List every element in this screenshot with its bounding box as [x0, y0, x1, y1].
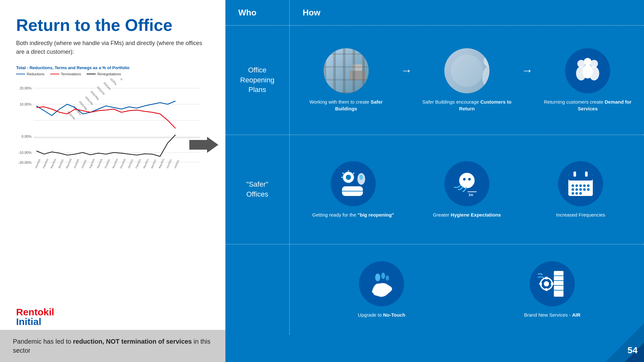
chart-container: Total - Reductions, Terms and Renegs as … — [16, 65, 203, 181]
svg-text:May/2020: May/2020 — [90, 90, 99, 101]
svg-point-90 — [583, 188, 586, 191]
chart-svg: 20.00% 10.00% 0.00% -10.00% -20.00% Jan/… — [16, 79, 203, 172]
svg-text:Dec/2020: Dec/2020 — [119, 158, 127, 169]
blue-arrow-decoration — [605, 323, 644, 362]
svg-point-64 — [346, 175, 351, 180]
page-number: 54 — [628, 345, 638, 356]
icon-text-hygiene: Greater Hygiene Expectations — [433, 211, 501, 218]
svg-point-86 — [587, 184, 590, 187]
section-arrow — [189, 135, 218, 156]
svg-text:Jan/2021: Jan/2021 — [127, 159, 134, 169]
icon-text-people: Returning customers create Demand for Se… — [543, 98, 633, 112]
svg-text:Feb/2021: Feb/2021 — [135, 158, 142, 169]
svg-point-89 — [579, 188, 582, 191]
legend-reductions: Reductions — [16, 72, 44, 76]
svg-text:Aug/2020: Aug/2020 — [89, 158, 96, 169]
rp-header: Who How — [225, 0, 644, 26]
svg-point-97 — [386, 275, 389, 281]
svg-text:Mar/2020: Mar/2020 — [50, 159, 57, 169]
icon-cell-calendar: Increased Frequencies — [535, 161, 626, 218]
subtitle: Both indirectly (where we handle via FMs… — [16, 39, 203, 56]
svg-point-84 — [579, 184, 582, 187]
left-panel: Return to the Office Both indirectly (wh… — [0, 0, 219, 362]
legend-renegotiations-label: Renegotiations — [97, 72, 121, 76]
bottom-bar-bold: reduction, NOT termination of services — [73, 338, 192, 345]
section-content-safer: Getting ready for the "big reopening" — [290, 135, 644, 244]
svg-point-104 — [544, 281, 549, 286]
arrow-icon-1: → — [401, 64, 412, 77]
svg-point-85 — [583, 184, 586, 187]
svg-rect-52 — [353, 64, 362, 71]
section-office-reopening: OfficeReopeningPlans Working with them t… — [225, 26, 644, 135]
svg-point-93 — [575, 192, 578, 195]
svg-point-74 — [463, 178, 466, 181]
icon-text-office: Working with them to create Safer Buildi… — [301, 98, 391, 112]
svg-text:10.00%: 10.00% — [20, 102, 32, 106]
svg-line-66 — [353, 173, 354, 174]
svg-text:1m: 1m — [469, 193, 473, 197]
svg-text:Apr/2021: Apr/2021 — [150, 159, 157, 169]
who-column-header: Who — [225, 0, 290, 25]
legend-renegotiations: Renegotiations — [87, 72, 121, 76]
svg-text:Jul/2021: Jul/2021 — [174, 160, 180, 169]
svg-rect-108 — [551, 283, 554, 285]
logo: Rentokil Initial — [16, 307, 54, 327]
svg-point-91 — [587, 188, 590, 191]
section-label-reopening-text: OfficeReopeningPlans — [240, 65, 274, 95]
svg-point-75 — [468, 178, 471, 181]
section-label-safer-text: "Safer"Offices — [246, 180, 268, 200]
page-title: Return to the Office — [16, 16, 203, 34]
svg-rect-51 — [349, 71, 365, 80]
how-label: How — [303, 8, 320, 18]
icon-cell-person: Safer Buildings encourage Customers to R… — [422, 48, 512, 112]
icon-cell-notouch: Upgrade to No-Touch — [336, 261, 427, 318]
svg-text:Oct/2020: Oct/2020 — [104, 159, 111, 169]
icon-cell-hygiene: 1m Greater Hygiene Expectations — [422, 161, 512, 218]
svg-line-67 — [343, 173, 344, 174]
legend-terminations: Terminations — [50, 72, 81, 76]
svg-marker-50 — [189, 137, 218, 153]
svg-rect-105 — [545, 277, 548, 279]
arrow-icon-2: → — [522, 64, 533, 77]
air-icon-circle — [530, 261, 575, 306]
svg-text:Feb/2020: Feb/2020 — [42, 158, 49, 169]
icon-text-notouch: Upgrade to No-Touch — [358, 311, 405, 318]
calendar-icon-circle — [558, 161, 603, 206]
svg-point-83 — [575, 184, 578, 187]
icon-cell-air: Brand New Services - AIR — [507, 261, 597, 318]
icon-text-air: Brand New Services - AIR — [524, 311, 580, 318]
svg-text:Jun/2020: Jun/2020 — [96, 86, 105, 96]
svg-point-82 — [572, 184, 574, 187]
person-photo-circle — [444, 48, 489, 93]
how-column-header: How — [290, 0, 644, 25]
svg-text:0.00%: 0.00% — [22, 135, 32, 138]
svg-text:Jan/2020: Jan/2020 — [67, 110, 76, 120]
svg-point-62 — [582, 64, 593, 79]
svg-point-92 — [572, 192, 574, 195]
people-icon-circle — [565, 48, 610, 93]
svg-rect-98 — [554, 271, 564, 297]
logo-initial: Initial — [16, 317, 54, 327]
svg-text:Jun/2021: Jun/2021 — [166, 159, 173, 169]
bottom-bar-text: Pandemic has led to reduction, NOT termi… — [13, 337, 225, 355]
legend-reductions-label: Reductions — [27, 72, 44, 76]
icon-text-person: Safer Buildings encourage Customers to R… — [422, 98, 512, 112]
icon-cell-office: Working with them to create Safer Buildi… — [301, 48, 391, 112]
icon-text-virus: Getting ready for the "big reopening" — [312, 211, 394, 218]
svg-text:May/2021: May/2021 — [158, 158, 165, 169]
section-content-new: Upgrade to No-Touch — [290, 245, 644, 335]
svg-text:Jun/2020: Jun/2020 — [73, 159, 80, 169]
svg-rect-107 — [539, 283, 542, 285]
svg-text:Mar/2020: Mar/2020 — [78, 100, 88, 111]
notouch-icon-circle — [359, 261, 404, 306]
section-label-safer: "Safer"Offices — [225, 135, 290, 244]
office-photo-circle — [324, 48, 369, 93]
section-content-reopening: Working with them to create Safer Buildi… — [290, 26, 644, 135]
icon-cell-virus: Getting ready for the "big reopening" — [308, 161, 398, 218]
section-label-new — [225, 245, 290, 335]
svg-text:Jan/2020: Jan/2020 — [34, 159, 41, 169]
svg-text:Jul/2020: Jul/2020 — [81, 160, 87, 169]
svg-point-55 — [484, 55, 489, 67]
svg-text:-10.00%: -10.00% — [18, 151, 32, 154]
svg-rect-80 — [573, 172, 576, 177]
